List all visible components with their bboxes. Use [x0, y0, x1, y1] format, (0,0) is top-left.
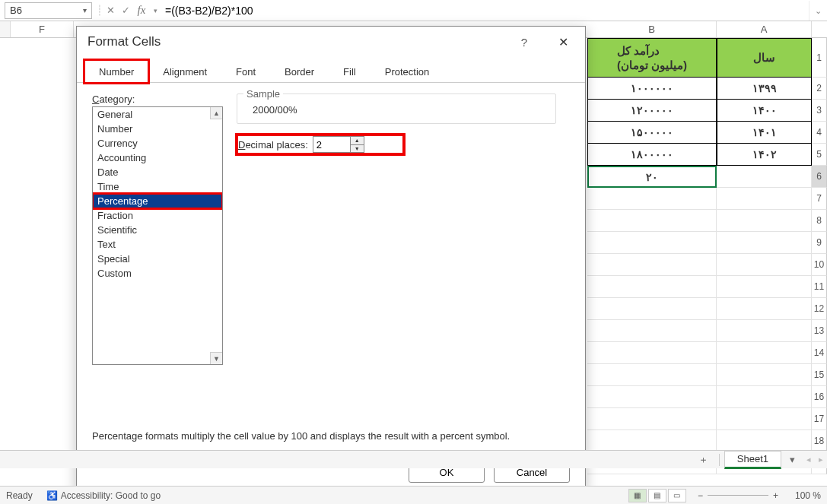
empty-cell[interactable] [587, 364, 717, 386]
name-box[interactable]: B6 ▾ [5, 2, 92, 19]
empty-cell[interactable] [587, 232, 717, 254]
category-number[interactable]: Number [93, 122, 222, 136]
spinner-down-icon[interactable]: ▼ [351, 145, 364, 153]
empty-cell[interactable] [587, 430, 717, 452]
row-header-14[interactable]: 14 [812, 342, 827, 364]
category-custom[interactable]: Custom [93, 266, 222, 281]
row-header-1[interactable]: 1 [812, 38, 827, 78]
row-header-16[interactable]: 16 [812, 386, 827, 408]
cancel-entry-icon[interactable]: ✕ [103, 2, 118, 19]
zoom-slider[interactable] [708, 494, 768, 497]
category-percentage[interactable]: Percentage [93, 194, 222, 208]
row-header-17[interactable]: 17 [812, 408, 827, 430]
category-list[interactable]: General Number Currency Accounting Date … [92, 106, 223, 365]
tab-font[interactable]: Font [221, 60, 270, 83]
empty-cell[interactable] [717, 276, 812, 298]
page-layout-view-icon[interactable]: ▤ [648, 489, 666, 502]
column-header-a[interactable]: A [717, 21, 812, 37]
empty-cell[interactable] [717, 408, 812, 430]
zoom-level[interactable]: 100 % [783, 490, 821, 501]
row-header-8[interactable]: 8 [812, 210, 827, 232]
empty-cell[interactable] [587, 408, 717, 430]
category-accounting[interactable]: Accounting [93, 151, 222, 165]
formula-input[interactable] [161, 2, 809, 19]
row-header-18[interactable]: 18 [812, 430, 827, 452]
cell-b4[interactable]: ۱۵۰۰۰۰۰ [587, 122, 717, 144]
cell-b2[interactable]: ۱۰۰۰۰۰۰ [587, 78, 717, 100]
row-header-3[interactable]: 3 [812, 100, 827, 122]
category-currency[interactable]: Currency [93, 136, 222, 151]
category-scientific[interactable]: Scientific [93, 223, 222, 237]
row-header-9[interactable]: 9 [812, 232, 827, 254]
fx-dropdown-icon[interactable]: ▾ [150, 7, 161, 14]
chevron-down-icon[interactable]: ▾ [83, 6, 87, 14]
help-button[interactable]: ? [521, 36, 527, 49]
new-sheet-button[interactable]: ＋ [693, 451, 714, 469]
cell-b3[interactable]: ۱۲۰۰۰۰۰ [587, 100, 717, 122]
empty-cell[interactable] [717, 210, 812, 232]
empty-cell[interactable] [587, 386, 717, 408]
tab-protection[interactable]: Protection [371, 60, 444, 83]
tab-border[interactable]: Border [270, 60, 329, 83]
expand-formula-bar-icon[interactable]: ⌄ [809, 1, 827, 21]
decimal-places-input[interactable] [313, 137, 350, 152]
cell-b5[interactable]: ۱۸۰۰۰۰۰ [587, 144, 717, 166]
cell-a6[interactable] [717, 166, 812, 188]
empty-cell[interactable] [717, 364, 812, 386]
zoom-out-icon[interactable]: − [693, 490, 708, 501]
sheet-list-dropdown-icon[interactable]: ▾ [781, 451, 803, 469]
empty-cell[interactable] [717, 320, 812, 342]
scroll-down-icon[interactable]: ▼ [210, 352, 222, 364]
empty-cell[interactable] [717, 342, 812, 364]
category-fraction[interactable]: Fraction [93, 208, 222, 223]
accessibility-icon[interactable]: ♿ [46, 490, 58, 501]
empty-cell[interactable] [717, 232, 812, 254]
normal-view-icon[interactable]: ▦ [628, 489, 647, 502]
empty-cell[interactable] [587, 320, 717, 342]
tab-alignment[interactable]: Alignment [148, 60, 221, 83]
sheet-nav-right-icon[interactable]: ▸ [815, 455, 827, 464]
row-header-13[interactable]: 13 [812, 320, 827, 342]
category-special[interactable]: Special [93, 252, 222, 266]
scroll-up-icon[interactable]: ▲ [210, 107, 222, 119]
empty-cell[interactable] [717, 386, 812, 408]
empty-cell[interactable] [587, 188, 717, 210]
row-header-6[interactable]: 6 [812, 166, 827, 188]
empty-cell[interactable] [587, 298, 717, 320]
category-time[interactable]: Time [93, 179, 222, 194]
table-header-a[interactable]: سال [717, 38, 812, 78]
row-header-4[interactable]: 4 [812, 122, 827, 144]
cell-a5[interactable]: ۱۴۰۲ [717, 144, 812, 166]
cell-a4[interactable]: ۱۴۰۱ [717, 122, 812, 144]
tab-fill[interactable]: Fill [329, 60, 371, 83]
sheet-tab-active[interactable]: Sheet1 [724, 451, 781, 469]
spinner-up-icon[interactable]: ▲ [351, 137, 364, 145]
row-header-15[interactable]: 15 [812, 364, 827, 386]
category-general[interactable]: General [93, 107, 222, 122]
category-date[interactable]: Date [93, 165, 222, 179]
decimal-places-spinner[interactable]: ▲ ▼ [313, 136, 364, 153]
empty-cell[interactable] [587, 342, 717, 364]
column-header-b[interactable]: B [587, 21, 717, 37]
column-header-f[interactable]: F [11, 21, 74, 37]
empty-cell[interactable] [587, 254, 717, 276]
cell-a3[interactable]: ۱۴۰۰ [717, 100, 812, 122]
row-header-2[interactable]: 2 [812, 78, 827, 100]
fx-icon[interactable]: fx [133, 4, 150, 17]
empty-cell[interactable] [717, 298, 812, 320]
zoom-in-icon[interactable]: + [768, 490, 783, 501]
row-header-11[interactable]: 11 [812, 276, 827, 298]
tab-number[interactable]: Number [84, 60, 148, 83]
status-accessibility[interactable]: Accessibility: Good to go [61, 490, 161, 501]
table-header-b[interactable]: درآمد کل (میلیون تومان) [587, 38, 717, 78]
empty-cell[interactable] [587, 210, 717, 232]
close-icon[interactable]: ✕ [552, 35, 574, 49]
empty-cell[interactable] [717, 188, 812, 210]
row-header-7[interactable]: 7 [812, 188, 827, 210]
select-all-corner[interactable] [0, 21, 11, 37]
row-header-5[interactable]: 5 [812, 144, 827, 166]
sheet-nav-left-icon[interactable]: ◂ [803, 455, 815, 464]
row-header-10[interactable]: 10 [812, 254, 827, 276]
empty-cell[interactable] [717, 430, 812, 452]
empty-cell[interactable] [717, 254, 812, 276]
